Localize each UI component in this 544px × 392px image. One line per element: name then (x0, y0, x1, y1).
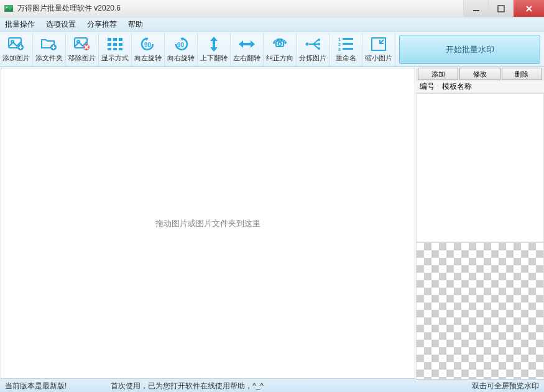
column-name[interactable]: 模板名称 (442, 81, 544, 93)
rename-button[interactable]: 123 重命名 (330, 32, 362, 66)
toolbar-label: 缩小图片 (365, 53, 392, 63)
flip-vertical-button[interactable]: 上下翻转 (198, 32, 231, 66)
statusbar: 当前版本是最新版! 首次使用，已为您打开软件在线使用帮助，^_^ 双击可全屏预览… (0, 380, 544, 392)
svg-rect-12 (113, 38, 117, 41)
svg-rect-30 (343, 38, 353, 40)
svg-rect-19 (119, 48, 122, 50)
toolbar-label: 纠正方向 (266, 53, 293, 63)
rotate-right-button[interactable]: 90 向右旋转 (165, 32, 198, 66)
image-remove-icon (73, 36, 91, 52)
flip-horizontal-button[interactable]: 左右翻转 (231, 32, 264, 66)
menu-options[interactable]: 选项设置 (46, 19, 76, 30)
menu-batch-ops[interactable]: 批量操作 (5, 19, 35, 30)
remove-image-button[interactable]: 移除图片 (66, 32, 99, 66)
toolbar-label: 向右旋转 (167, 53, 195, 63)
right-panel: 添加 修改 删除 编号 模板名称 (416, 67, 544, 380)
template-delete-button[interactable]: 删除 (502, 68, 542, 80)
titlebar: 万得图片批量处理软件 v2020.6 (0, 0, 544, 17)
column-id[interactable]: 编号 (416, 81, 442, 93)
toolbar-buttons: 添加图片 添文件夹 移除图片 显示方式 90 向左旋转 90 向右旋转 上下翻转 (0, 32, 395, 66)
svg-rect-13 (119, 38, 122, 41)
main-area: 拖动图片或图片文件夹到这里 添加 修改 删除 编号 模板名称 (0, 67, 544, 380)
rotate-left-button[interactable]: 90 向左旋转 (132, 32, 165, 66)
minimize-button[interactable] (463, 0, 488, 17)
svg-point-23 (279, 42, 282, 45)
sort-icon (304, 36, 321, 52)
app-icon (4, 4, 14, 14)
menu-share[interactable]: 分享推荐 (87, 19, 117, 30)
toolbar-label: 左右翻转 (233, 53, 260, 63)
svg-rect-32 (343, 43, 353, 45)
svg-rect-18 (113, 48, 117, 50)
add-folder-button[interactable]: 添文件夹 (33, 32, 66, 66)
svg-point-25 (306, 43, 309, 46)
template-modify-button[interactable]: 修改 (459, 68, 500, 80)
window-title: 万得图片批量处理软件 v2020.6 (17, 3, 463, 14)
orientation-icon (271, 36, 288, 52)
toolbar-label: 向左旋转 (134, 53, 162, 63)
grid-icon (106, 36, 124, 52)
toolbar-label: 重命名 (336, 53, 356, 63)
status-first-use: 首次使用，已为您打开软件在线使用帮助，^_^ (111, 381, 472, 391)
folder-plus-icon (40, 36, 58, 52)
template-buttons: 添加 修改 删除 (416, 67, 544, 81)
close-button[interactable] (513, 0, 544, 17)
template-add-button[interactable]: 添加 (418, 68, 458, 80)
svg-text:90: 90 (177, 42, 185, 48)
add-image-button[interactable]: 添加图片 (0, 32, 33, 66)
svg-point-26 (318, 39, 320, 41)
svg-point-28 (318, 47, 320, 50)
toolbar: 添加图片 添文件夹 移除图片 显示方式 90 向左旋转 90 向右旋转 上下翻转 (0, 32, 544, 67)
view-mode-button[interactable]: 显示方式 (99, 32, 132, 66)
drop-zone-hint: 拖动图片或图片文件夹到这里 (155, 218, 260, 229)
image-plus-icon (7, 36, 25, 52)
menu-help[interactable]: 帮助 (128, 19, 143, 30)
toolbar-label: 上下翻转 (200, 53, 228, 63)
svg-text:90: 90 (144, 42, 152, 48)
template-list-header: 编号 模板名称 (416, 81, 544, 93)
toolbar-label: 分拣图片 (299, 53, 326, 63)
start-batch-watermark-button[interactable]: 开始批量水印 (399, 35, 540, 64)
toolbar-label: 添文件夹 (35, 53, 63, 63)
svg-rect-14 (108, 43, 111, 46)
svg-text:3: 3 (338, 47, 341, 51)
start-button-label: 开始批量水印 (446, 44, 494, 55)
svg-rect-15 (113, 43, 117, 46)
svg-text:2: 2 (338, 42, 341, 47)
maximize-button[interactable] (488, 0, 513, 17)
toolbar-label: 添加图片 (2, 53, 30, 63)
shrink-button[interactable]: 缩小图片 (362, 32, 395, 66)
svg-text:1: 1 (338, 37, 341, 42)
status-preview-tip: 双击可全屏预览水印 (472, 381, 539, 391)
svg-point-27 (318, 43, 320, 45)
flip-horizontal-icon (238, 36, 256, 52)
correct-orientation-button[interactable]: 纠正方向 (264, 32, 297, 66)
svg-rect-11 (108, 38, 111, 41)
flip-vertical-icon (205, 36, 223, 52)
rotate-right-icon: 90 (172, 36, 190, 52)
toolbar-label: 移除图片 (68, 53, 96, 63)
toolbar-label: 显示方式 (101, 53, 129, 63)
image-drop-zone[interactable]: 拖动图片或图片文件夹到这里 (1, 68, 415, 379)
status-version: 当前版本是最新版! (5, 381, 111, 391)
list-numbered-icon: 123 (337, 36, 354, 52)
template-list[interactable] (416, 93, 544, 242)
watermark-preview[interactable] (416, 242, 544, 380)
svg-rect-17 (108, 48, 111, 50)
menubar: 批量操作 选项设置 分享推荐 帮助 (0, 17, 544, 32)
sort-images-button[interactable]: 分拣图片 (297, 32, 330, 66)
svg-rect-2 (473, 10, 479, 11)
svg-rect-16 (119, 43, 122, 46)
rotate-left-icon: 90 (139, 36, 157, 52)
window-buttons (463, 0, 544, 17)
shrink-icon (370, 36, 387, 52)
svg-rect-34 (343, 48, 353, 50)
svg-rect-3 (498, 6, 504, 12)
